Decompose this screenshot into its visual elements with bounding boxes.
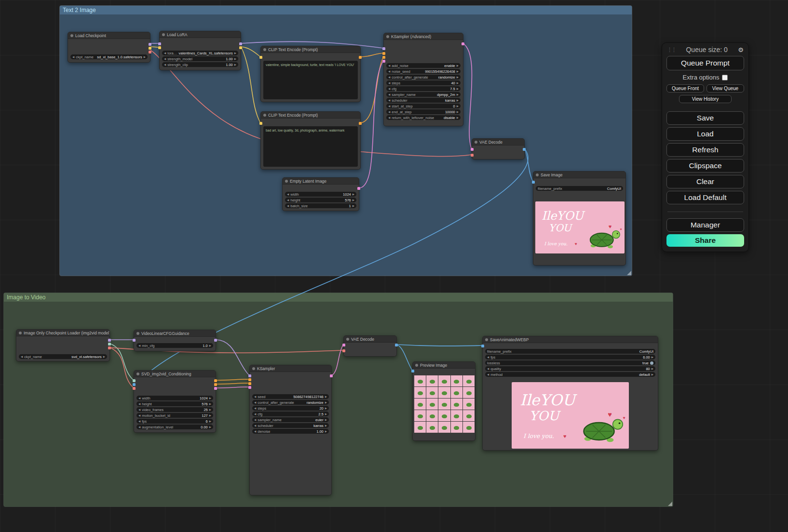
node-empty-latent-image[interactable]: Empty Latent Image ◀width1024▶◀height576… (282, 177, 359, 211)
increment-arrow-icon[interactable]: ▶ (209, 402, 211, 405)
collapse-dot[interactable] (485, 338, 488, 341)
increment-arrow-icon[interactable]: ▶ (325, 407, 327, 410)
widget-lora_name[interactable]: ◀lora_namevalentines_Cards_XL.safetensor… (162, 51, 238, 55)
collapse-dot[interactable] (415, 364, 418, 367)
view-queue-button[interactable]: View Queue (706, 84, 744, 93)
widget-motion_bucket_id[interactable]: ◀motion_bucket_id127▶ (136, 413, 213, 418)
widget-strength_clip[interactable]: ◀strength_clip1.00▶ (162, 62, 238, 67)
increment-arrow-icon[interactable]: ▶ (325, 395, 327, 398)
increment-arrow-icon[interactable]: ▶ (234, 63, 236, 66)
widget-seed[interactable]: ◀seed508627498122746▶ (252, 394, 329, 399)
increment-arrow-icon[interactable]: ▶ (234, 57, 236, 60)
node-canvas[interactable]: Text 2 Image Image to Video (0, 0, 788, 532)
decrement-arrow-icon[interactable]: ◀ (21, 355, 23, 358)
widget-end_at_step[interactable]: ◀end_at_step10000▶ (386, 109, 461, 114)
node-title-bar[interactable]: Load LoRA (160, 31, 241, 38)
positive-prompt-text[interactable]: valentine, simple background, turtle, te… (263, 61, 358, 99)
init-image-input-slot[interactable] (133, 383, 136, 386)
latent-output-slot[interactable] (462, 42, 464, 45)
decrement-arrow-icon[interactable]: ◀ (138, 426, 140, 428)
clip-output-slot[interactable] (239, 46, 242, 49)
increment-arrow-icon[interactable]: ▶ (209, 408, 211, 411)
latent-output-slot[interactable] (214, 387, 217, 390)
collapse-dot[interactable] (19, 332, 22, 334)
collapse-dot[interactable] (285, 180, 288, 183)
node-title-bar[interactable]: Empty Latent Image (283, 178, 359, 185)
decrement-arrow-icon[interactable]: ◀ (254, 401, 256, 404)
decrement-arrow-icon[interactable]: ◀ (388, 76, 390, 79)
widget-augmentation_level[interactable]: ◀augmentation_level0.00▶ (136, 425, 213, 429)
negative-prompt-text[interactable]: bad art, low quality, 3d, photograph, an… (263, 126, 358, 167)
increment-arrow-icon[interactable]: ▶ (209, 420, 211, 423)
model-output-slot[interactable] (149, 43, 151, 46)
negative-output-slot[interactable] (214, 383, 217, 386)
decrement-arrow-icon[interactable]: ◀ (254, 418, 256, 421)
decrement-arrow-icon[interactable]: ◀ (388, 99, 390, 102)
decrement-arrow-icon[interactable]: ◀ (164, 57, 166, 60)
widget-filename_prefix[interactable]: filename_prefixComfyUI (485, 349, 655, 354)
model-input-slot[interactable] (382, 47, 385, 50)
save-button[interactable]: Save (666, 111, 744, 125)
collapse-dot[interactable] (136, 332, 139, 335)
samples-input-slot[interactable] (471, 148, 474, 151)
node-title-bar[interactable]: Save Image (533, 172, 625, 178)
node-load-checkpoint[interactable]: Load Checkpoint ◀ckpt_namesd_xl_base_1.0… (68, 32, 150, 63)
samples-input-slot[interactable] (342, 344, 345, 346)
model-input-slot[interactable] (158, 42, 161, 45)
node-clip-text-encode-negative[interactable]: CLIP Text Encode (Prompt) bad art, low q… (260, 111, 361, 170)
widget-ckpt_name[interactable]: ◀ckpt_namesvd_xt.safetensors▶ (19, 354, 107, 359)
widget-add_noise[interactable]: ◀add_noiseenable▶ (386, 63, 461, 68)
model-input-slot[interactable] (133, 339, 136, 342)
widget-width[interactable]: ◀width1024▶ (285, 192, 356, 197)
node-title-bar[interactable]: Preview Image (413, 362, 475, 369)
latent-output-slot[interactable] (357, 187, 360, 190)
vae-input-slot[interactable] (342, 349, 345, 352)
increment-arrow-icon[interactable]: ▶ (209, 414, 211, 417)
latent-image-input-slot[interactable] (382, 60, 385, 63)
share-button[interactable]: Share (666, 234, 744, 247)
node-svd-img2vid-conditioning[interactable]: SVD_img2vid_Conditioning ◀width1024▶◀hei… (134, 370, 216, 433)
increment-arrow-icon[interactable]: ▶ (325, 418, 327, 421)
decrement-arrow-icon[interactable]: ◀ (388, 116, 390, 119)
node-title-bar[interactable]: Image Only Checkpoint Loader (img2vid mo… (16, 330, 109, 336)
node-title-bar[interactable]: SaveAnimatedWEBP (483, 336, 658, 343)
increment-arrow-icon[interactable]: ▶ (457, 87, 459, 90)
clip-input-slot[interactable] (158, 46, 161, 49)
node-title-bar[interactable]: KSampler (250, 365, 331, 372)
collapse-dot[interactable] (346, 338, 349, 341)
decrement-arrow-icon[interactable]: ◀ (388, 70, 390, 73)
increment-arrow-icon[interactable]: ▶ (353, 204, 354, 207)
node-save-image[interactable]: Save Image filename_prefixComfyUI IleYOU… (533, 171, 626, 266)
decrement-arrow-icon[interactable]: ◀ (254, 407, 256, 410)
widget-start_at_step[interactable]: ◀start_at_step0▶ (386, 104, 461, 108)
increment-arrow-icon[interactable]: ▶ (325, 430, 327, 433)
decrement-arrow-icon[interactable]: ◀ (487, 373, 489, 376)
widget-filename_prefix[interactable]: filename_prefixComfyUI (536, 186, 623, 191)
node-title-bar[interactable]: CLIP Text Encode (Prompt) (261, 112, 360, 119)
model-output-slot[interactable] (214, 339, 217, 342)
widget-cfg[interactable]: ◀cfg7.5▶ (386, 86, 461, 91)
widget-denoise[interactable]: ◀denoise1.00▶ (252, 429, 329, 434)
decrement-arrow-icon[interactable]: ◀ (388, 64, 390, 67)
negative-input-slot[interactable] (248, 382, 251, 385)
node-title-bar[interactable]: VideoLinearCFGGuidance (134, 330, 216, 337)
widget-steps[interactable]: ◀steps20▶ (252, 406, 329, 411)
vae-output-slot[interactable] (149, 51, 151, 53)
collapse-dot[interactable] (475, 141, 477, 144)
increment-arrow-icon[interactable]: ▶ (144, 55, 146, 58)
increment-arrow-icon[interactable]: ▶ (457, 110, 459, 113)
decrement-arrow-icon[interactable]: ◀ (388, 93, 390, 96)
widget-scheduler[interactable]: ◀schedulerkarras▶ (252, 423, 329, 428)
clip-vision-input-slot[interactable] (133, 379, 136, 382)
widget-video_frames[interactable]: ◀video_frames25▶ (136, 407, 213, 412)
decrement-arrow-icon[interactable]: ◀ (138, 402, 140, 405)
decrement-arrow-icon[interactable]: ◀ (388, 105, 390, 107)
widget-control_after_generate[interactable]: ◀control_after_generaterandomize▶ (386, 75, 461, 80)
collapse-dot[interactable] (386, 35, 389, 38)
clear-button[interactable]: Clear (666, 175, 744, 188)
increment-arrow-icon[interactable]: ▶ (457, 81, 459, 84)
clip-input-slot[interactable] (259, 122, 262, 125)
conditioning-output-slot[interactable] (359, 122, 362, 125)
increment-arrow-icon[interactable]: ▶ (457, 116, 459, 119)
increment-arrow-icon[interactable]: ▶ (353, 193, 354, 196)
